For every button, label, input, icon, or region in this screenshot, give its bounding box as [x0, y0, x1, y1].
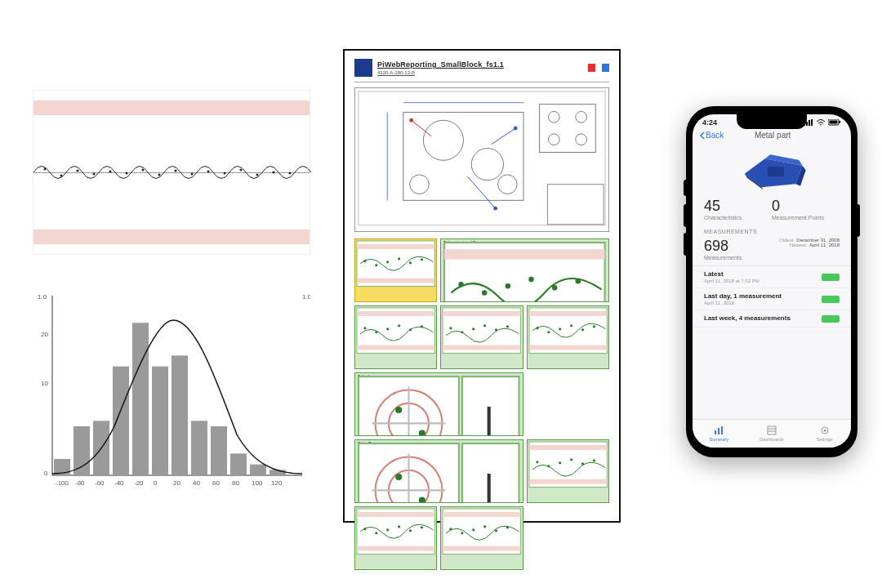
svg-rect-147: [443, 512, 520, 517]
svg-rect-157: [808, 120, 810, 126]
svg-rect-95: [443, 311, 520, 316]
svg-point-73: [398, 257, 400, 260]
svg-rect-129: [529, 445, 607, 450]
status-time: 4:24: [702, 118, 717, 127]
svg-point-106: [536, 327, 538, 329]
svg-point-80: [482, 290, 488, 296]
svg-rect-25: [191, 421, 207, 475]
svg-text:40: 40: [193, 479, 200, 487]
svg-rect-23: [152, 367, 168, 475]
svg-text:-40: -40: [114, 479, 124, 487]
svg-point-62: [514, 127, 517, 130]
report-tile: Polar L: [354, 372, 523, 436]
tab-settings[interactable]: Settings: [798, 420, 851, 448]
flag-icon: [588, 64, 609, 72]
svg-point-6: [142, 169, 145, 172]
svg-rect-170: [768, 426, 776, 434]
svg-point-108: [559, 327, 561, 330]
svg-point-150: [461, 532, 464, 534]
svg-rect-19: [74, 426, 90, 475]
svg-rect-138: [357, 512, 434, 517]
points-label: Measurement Points: [772, 215, 840, 220]
svg-text:60: 60: [212, 479, 220, 487]
svg-point-143: [398, 525, 400, 528]
list-item[interactable]: Last week, 4 measurements: [693, 310, 851, 327]
measurement-report: PiWebReporting_SmallBlock_fs1.1 4320-A-2…: [343, 49, 621, 523]
svg-point-0: [44, 168, 47, 171]
svg-point-99: [472, 327, 474, 330]
svg-point-98: [461, 331, 464, 333]
svg-text:-80: -80: [75, 479, 85, 487]
svg-point-15: [289, 172, 292, 175]
characteristics-label: Characteristics: [704, 215, 772, 220]
svg-text:120: 120: [271, 479, 283, 487]
measurements-label: Measurements: [704, 255, 742, 261]
report-title: PiWebReporting_SmallBlock_fs1.1: [377, 60, 504, 69]
svg-point-13: [256, 174, 259, 176]
gear-icon: [820, 425, 830, 436]
svg-rect-86: [357, 311, 434, 316]
status-icons: [804, 118, 841, 127]
svg-rect-160: [830, 121, 838, 124]
svg-rect-49: [403, 112, 523, 200]
list-item[interactable]: LatestApril 11, 2018 at 7:52 PM: [693, 266, 851, 288]
back-button[interactable]: Back: [699, 131, 724, 140]
report-tile: Char 4: [527, 439, 609, 503]
svg-point-100: [483, 324, 486, 327]
svg-text:-100: -100: [56, 479, 69, 487]
svg-rect-68: [357, 244, 434, 249]
svg-point-133: [559, 461, 561, 464]
screen-title: Metal part: [724, 131, 822, 140]
svg-point-11: [224, 172, 226, 175]
report-tile: Tolerance trend A: [354, 238, 437, 302]
svg-point-126: [395, 474, 402, 480]
svg-point-107: [547, 331, 550, 333]
section-header: MEASUREMENTS: [693, 225, 851, 236]
svg-point-151: [472, 528, 474, 531]
part-render: [693, 142, 851, 194]
svg-rect-169: [721, 426, 723, 434]
svg-text:0: 0: [44, 470, 48, 477]
svg-rect-48: [547, 185, 604, 225]
report-tile: Polar R: [354, 439, 523, 503]
histogram-chart: -100-80-60-40-20020406080100120 1.0 1.0 …: [33, 287, 310, 500]
tab-dashboards[interactable]: Dashboards: [746, 420, 799, 448]
tab-summary[interactable]: Summary: [693, 420, 746, 448]
report-tile: Char 5: [354, 506, 437, 570]
svg-point-97: [450, 327, 452, 329]
svg-rect-21: [113, 367, 129, 475]
grid-icon: [767, 425, 777, 436]
svg-point-89: [375, 331, 377, 333]
status-badge: [822, 274, 840, 281]
run-chart: [33, 90, 310, 255]
svg-point-149: [450, 528, 452, 530]
svg-rect-130: [529, 479, 607, 484]
svg-text:0: 0: [154, 479, 158, 487]
svg-point-136: [593, 459, 595, 461]
svg-point-82: [529, 277, 535, 283]
list-item[interactable]: Last day, 1 measurementApril 11, 2018: [693, 288, 851, 310]
svg-point-10: [207, 171, 210, 173]
svg-point-72: [386, 261, 389, 263]
svg-rect-167: [715, 430, 716, 434]
svg-point-101: [495, 328, 497, 331]
measurements-value: 698: [704, 238, 742, 255]
technical-drawing: [354, 87, 609, 232]
svg-text:20: 20: [41, 331, 48, 338]
svg-point-110: [581, 328, 584, 331]
svg-rect-22: [132, 323, 149, 475]
svg-point-90: [386, 327, 389, 330]
svg-text:100: 100: [252, 479, 263, 487]
svg-rect-139: [357, 546, 434, 551]
report-tile: Char 1: [354, 305, 437, 369]
svg-point-52: [410, 175, 430, 194]
svg-point-71: [375, 264, 377, 266]
svg-point-140: [363, 528, 366, 530]
svg-point-142: [386, 528, 389, 531]
characteristics-value: 45: [704, 198, 772, 215]
svg-text:20: 20: [173, 479, 180, 487]
chevron-left-icon: [699, 131, 705, 140]
svg-point-109: [570, 324, 572, 327]
svg-point-79: [459, 282, 465, 287]
chart-tile-grid: Tolerance trend A Tolerance trend B Char…: [354, 238, 609, 570]
